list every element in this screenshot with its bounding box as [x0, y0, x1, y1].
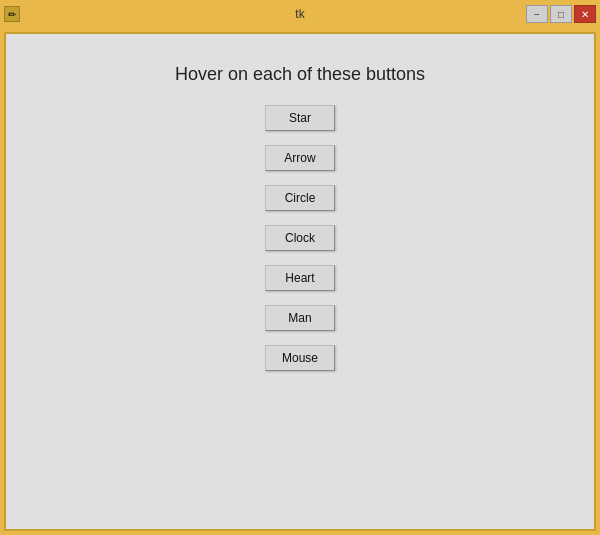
window-heading: Hover on each of these buttons — [175, 64, 425, 85]
shape-button-circle[interactable]: Circle — [265, 185, 335, 211]
close-button[interactable]: ✕ — [574, 5, 596, 23]
shape-button-heart[interactable]: Heart — [265, 265, 335, 291]
title-bar-controls: − □ ✕ — [526, 5, 596, 23]
window-body: Hover on each of these buttons StarArrow… — [4, 32, 596, 531]
window-title: tk — [295, 7, 304, 21]
app-icon: ✏ — [4, 6, 20, 22]
maximize-button[interactable]: □ — [550, 5, 572, 23]
minimize-button[interactable]: − — [526, 5, 548, 23]
shape-button-mouse[interactable]: Mouse — [265, 345, 335, 371]
shape-button-man[interactable]: Man — [265, 305, 335, 331]
shape-button-arrow[interactable]: Arrow — [265, 145, 335, 171]
buttons-container: StarArrowCircleClockHeartManMouse — [265, 105, 335, 371]
title-bar: ✏ tk − □ ✕ — [0, 0, 600, 28]
title-bar-left: ✏ — [4, 6, 20, 22]
shape-button-star[interactable]: Star — [265, 105, 335, 131]
shape-button-clock[interactable]: Clock — [265, 225, 335, 251]
